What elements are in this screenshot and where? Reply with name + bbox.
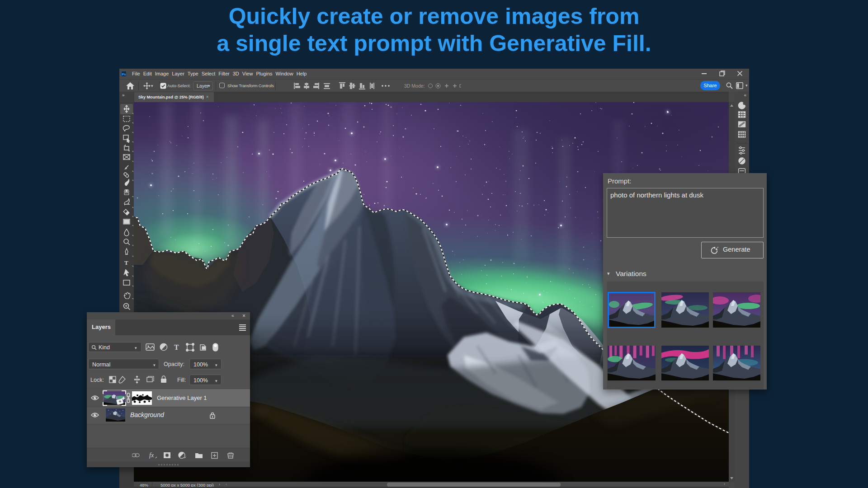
- svg-text:3D Mode:: 3D Mode:: [404, 83, 425, 89]
- svg-text:T: T: [124, 259, 128, 266]
- svg-text:T: T: [174, 343, 179, 351]
- svg-text:fx: fx: [149, 452, 154, 459]
